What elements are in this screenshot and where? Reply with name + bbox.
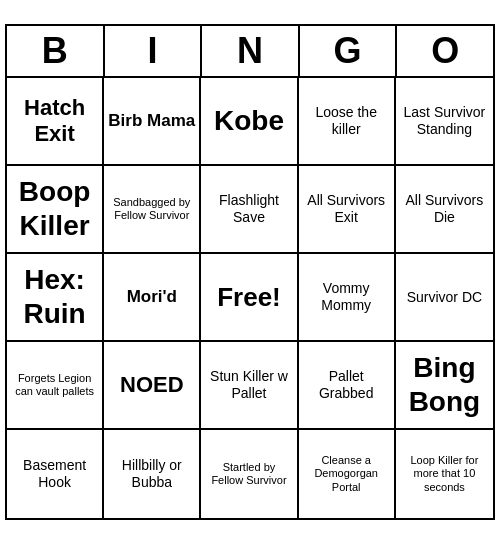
bingo-cell-16: NOED [104, 342, 201, 430]
cell-text-0: Hatch Exit [11, 95, 98, 148]
bingo-cell-11: Mori'd [104, 254, 201, 342]
bingo-cell-24: Loop Killer for more that 10 seconds [396, 430, 493, 518]
cell-text-11: Mori'd [127, 287, 177, 307]
bingo-cell-22: Startled by Fellow Survivor [201, 430, 298, 518]
bingo-cell-21: Hillbilly or Bubba [104, 430, 201, 518]
bingo-cell-8: All Survivors Exit [299, 166, 396, 254]
cell-text-3: Loose the killer [303, 104, 390, 138]
cell-text-5: Boop Killer [11, 175, 98, 242]
cell-text-2: Kobe [214, 104, 284, 138]
header-b: B [7, 26, 105, 76]
bingo-cell-19: Bing Bong [396, 342, 493, 430]
cell-text-21: Hillbilly or Bubba [108, 457, 195, 491]
cell-text-6: Sandbagged by Fellow Survivor [108, 196, 195, 222]
bingo-cell-7: Flashlight Save [201, 166, 298, 254]
cell-text-15: Forgets Legion can vault pallets [11, 372, 98, 398]
header-g: G [300, 26, 398, 76]
bingo-cell-5: Boop Killer [7, 166, 104, 254]
bingo-cell-3: Loose the killer [299, 78, 396, 166]
cell-text-23: Cleanse a Demogorgan Portal [303, 454, 390, 494]
bingo-card: B I N G O Hatch ExitBirb MamaKobeLoose t… [5, 24, 495, 520]
bingo-cell-18: Pallet Grabbed [299, 342, 396, 430]
cell-text-13: Vommy Mommy [303, 280, 390, 314]
bingo-grid: Hatch ExitBirb MamaKobeLoose the killerL… [7, 78, 493, 518]
bingo-cell-9: All Survivors Die [396, 166, 493, 254]
bingo-header: B I N G O [7, 26, 493, 78]
cell-text-18: Pallet Grabbed [303, 368, 390, 402]
bingo-cell-14: Survivor DC [396, 254, 493, 342]
cell-text-24: Loop Killer for more that 10 seconds [400, 454, 489, 494]
header-n: N [202, 26, 300, 76]
bingo-cell-20: Basement Hook [7, 430, 104, 518]
cell-text-14: Survivor DC [407, 289, 482, 306]
cell-text-16: NOED [120, 372, 184, 398]
cell-text-12: Free! [217, 282, 281, 313]
header-i: I [105, 26, 203, 76]
cell-text-19: Bing Bong [400, 351, 489, 418]
cell-text-17: Stun Killer w Pallet [205, 368, 292, 402]
bingo-cell-10: Hex: Ruin [7, 254, 104, 342]
bingo-cell-1: Birb Mama [104, 78, 201, 166]
cell-text-7: Flashlight Save [205, 192, 292, 226]
cell-text-4: Last Survivor Standing [400, 104, 489, 138]
cell-text-1: Birb Mama [108, 111, 195, 131]
header-o: O [397, 26, 493, 76]
cell-text-8: All Survivors Exit [303, 192, 390, 226]
bingo-cell-23: Cleanse a Demogorgan Portal [299, 430, 396, 518]
cell-text-20: Basement Hook [11, 457, 98, 491]
bingo-cell-0: Hatch Exit [7, 78, 104, 166]
bingo-cell-17: Stun Killer w Pallet [201, 342, 298, 430]
bingo-cell-13: Vommy Mommy [299, 254, 396, 342]
cell-text-9: All Survivors Die [400, 192, 489, 226]
cell-text-22: Startled by Fellow Survivor [205, 461, 292, 487]
bingo-cell-15: Forgets Legion can vault pallets [7, 342, 104, 430]
bingo-cell-6: Sandbagged by Fellow Survivor [104, 166, 201, 254]
bingo-cell-4: Last Survivor Standing [396, 78, 493, 166]
bingo-cell-12: Free! [201, 254, 298, 342]
bingo-cell-2: Kobe [201, 78, 298, 166]
cell-text-10: Hex: Ruin [11, 263, 98, 330]
